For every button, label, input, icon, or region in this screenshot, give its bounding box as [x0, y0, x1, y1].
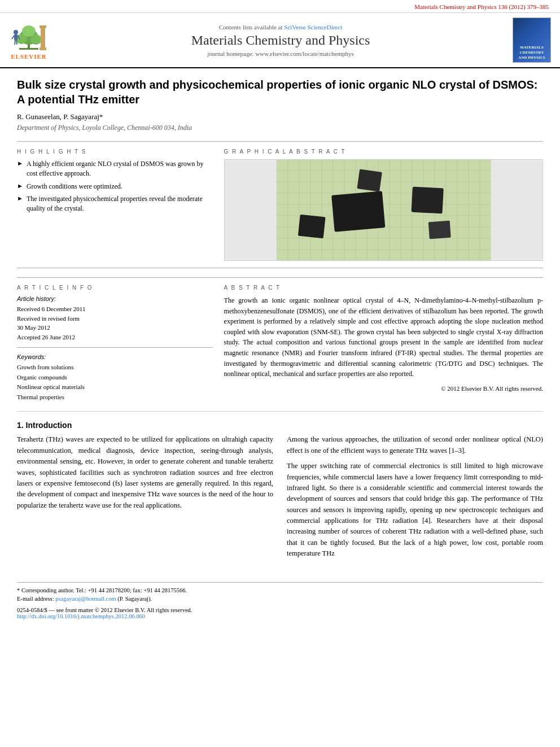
svg-rect-7	[40, 25, 46, 28]
history-title: Article history:	[17, 295, 213, 302]
svg-line-13	[15, 40, 15, 45]
intro-para-3: The upper switching rate of commercial e…	[287, 461, 543, 559]
intro-para-1: Terahertz (THz) waves are expected to be…	[17, 434, 273, 511]
intro-col-left: Terahertz (THz) waves are expected to be…	[17, 434, 273, 563]
svg-line-14	[16, 40, 17, 45]
article-affiliation: Department of Physics, Loyola College, C…	[17, 124, 543, 132]
svg-rect-43	[357, 169, 382, 191]
page-footer: * Corresponding author. Tel.: +91 44 281…	[17, 582, 543, 620]
info-divider	[17, 347, 213, 348]
email-link[interactable]: psagayaraj@hotmail.com	[55, 596, 116, 602]
journal-homepage: journal homepage: www.elsevier.com/locat…	[54, 50, 507, 57]
abstract-column: A B S T R A C T The growth an ionic orga…	[224, 285, 543, 402]
doi-link[interactable]: http://dx.doi.org/10.1016/j.matchemphys.…	[17, 613, 145, 619]
article-authors: R. Gunaseelan, P. Sagayaraj*	[17, 112, 543, 121]
highlight-item-2: ► Growth conditions were optimized.	[17, 182, 213, 191]
journal-reference-bar: Materials Chemistry and Physics 136 (201…	[0, 0, 560, 13]
abstract-label: A B S T R A C T	[224, 285, 543, 291]
svg-point-4	[30, 34, 42, 45]
intro-two-col: Terahertz (THz) waves are expected to be…	[17, 434, 543, 563]
article-info-abstract-section: A R T I C L E I N F O Article history: R…	[17, 277, 543, 402]
received-date: Received 6 December 2011	[17, 304, 213, 314]
sciverse-link[interactable]: SciVerse ScienceDirect	[284, 24, 342, 30]
svg-rect-45	[428, 221, 450, 239]
keyword-3: Nonlinear optical materials	[17, 382, 213, 392]
footer-doi: http://dx.doi.org/10.1016/j.matchemphys.…	[17, 613, 543, 619]
revised-date: 30 May 2012	[17, 323, 213, 333]
highlight-item-3: ► The investigated physicochemical prope…	[17, 194, 213, 213]
abstract-text: The growth an ionic organic nonlinear op…	[224, 295, 543, 379]
article-info-column: A R T I C L E I N F O Article history: R…	[17, 285, 213, 402]
main-content: Bulk size crystal growth and physicochem…	[0, 68, 560, 573]
copyright-notice: © 2012 Elsevier B.V. All rights reserved…	[224, 385, 543, 392]
article-info-label: A R T I C L E I N F O	[17, 285, 213, 291]
intro-para-2: Among the various approaches, the utiliz…	[287, 434, 543, 456]
arrow-icon-3: ►	[17, 194, 23, 203]
journal-title: Materials Chemistry and Physics	[54, 33, 507, 48]
elsevier-name: ELSEVIER	[11, 53, 47, 60]
graphical-abstract-label: G R A P H I C A L A B S T R A C T	[224, 148, 543, 155]
svg-rect-44	[411, 187, 443, 214]
intro-section-title: 1. Introduction	[17, 421, 543, 430]
svg-rect-6	[41, 27, 45, 49]
highlights-graphical-section: H I G H L I G H T S ► A highly efficient…	[17, 141, 543, 268]
arrow-icon-1: ►	[17, 159, 23, 168]
graphical-abstract-column: G R A P H I C A L A B S T R A C T	[224, 148, 543, 261]
keywords-title: Keywords:	[17, 353, 213, 360]
journal-center-info: Contents lists available at SciVerse Sci…	[49, 24, 513, 57]
arrow-icon-2: ►	[17, 182, 23, 190]
introduction-section: 1. Introduction Terahertz (THz) waves ar…	[17, 411, 543, 563]
keyword-4: Thermal properties	[17, 392, 213, 403]
footer-issn: 0254-0584/$ — see front matter © 2012 El…	[17, 607, 543, 613]
svg-point-9	[14, 30, 18, 34]
crystal-image-svg	[225, 159, 542, 261]
footer-email-note: E-mail address: psagayaraj@hotmail.com (…	[17, 595, 543, 604]
journal-cover-image: MATERIALSCHEMISTRYAND PHYSICS	[513, 18, 551, 63]
footer-star-note: * Corresponding author. Tel.: +91 44 281…	[17, 586, 543, 595]
highlights-column: H I G H L I G H T S ► A highly efficient…	[17, 148, 213, 261]
svg-rect-8	[40, 47, 46, 50]
highlights-label: H I G H L I G H T S	[17, 148, 213, 155]
intro-col-right: Among the various approaches, the utiliz…	[287, 434, 543, 563]
journal-ref-text: Materials Chemistry and Physics 136 (201…	[414, 3, 549, 10]
svg-point-5	[22, 25, 36, 37]
article-title: Bulk size crystal growth and physicochem…	[17, 77, 543, 107]
elsevier-logo: ELSEVIER	[9, 21, 49, 60]
keyword-2: Organic compounds	[17, 373, 213, 383]
journal-header: ELSEVIER Contents lists available at Sci…	[0, 13, 560, 68]
revised-label: Received in revised form	[17, 314, 213, 324]
graphical-abstract-image	[224, 159, 543, 261]
svg-rect-42	[331, 191, 385, 232]
accepted-date: Accepted 26 June 2012	[17, 333, 213, 342]
highlights-list: ► A highly efficient organic NLO crystal…	[17, 159, 213, 213]
svg-rect-15	[276, 159, 491, 261]
svg-line-11	[12, 36, 14, 39]
highlight-item-1: ► A highly efficient organic NLO crystal…	[17, 159, 213, 178]
keyword-1: Growth from solutions	[17, 362, 213, 373]
contents-available: Contents lists available at SciVerse Sci…	[54, 24, 507, 30]
svg-rect-1	[19, 48, 38, 50]
page: Materials Chemistry and Physics 136 (201…	[0, 0, 560, 747]
svg-rect-46	[298, 215, 325, 238]
elsevier-tree-icon	[9, 21, 49, 52]
svg-rect-10	[14, 34, 18, 40]
